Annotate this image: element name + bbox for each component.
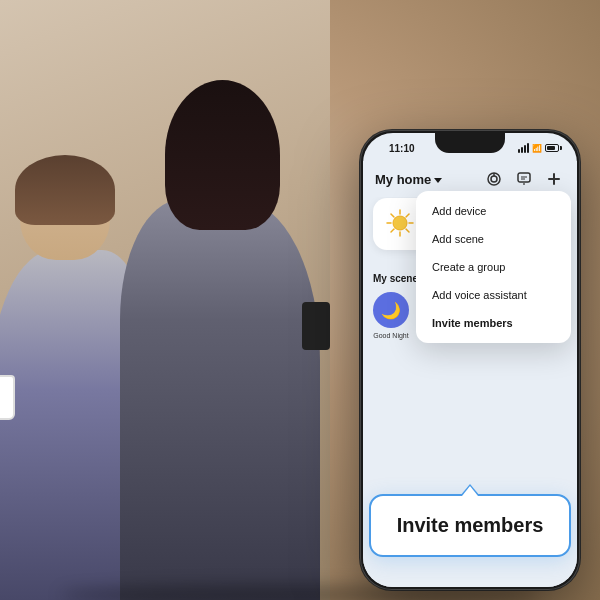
edit-icon xyxy=(516,171,532,187)
radar-icon xyxy=(486,171,502,187)
menu-item-invite-members[interactable]: Invite members xyxy=(416,309,571,337)
sun-icon xyxy=(385,208,417,240)
phone-screen: 11:10 📶 xyxy=(363,133,577,587)
phone-device: 11:10 📶 xyxy=(360,130,580,590)
svg-point-9 xyxy=(393,216,407,230)
scene-label-good-night: Good Night xyxy=(373,332,408,339)
home-title-text: My home xyxy=(375,172,431,187)
wifi-icon: 📶 xyxy=(532,144,542,153)
status-icons: 📶 xyxy=(518,143,559,153)
dropdown-menu: Add device Add scene Create a group Add … xyxy=(416,191,571,343)
menu-item-create-group[interactable]: Create a group xyxy=(416,253,571,281)
svg-line-17 xyxy=(391,229,394,232)
plus-icon xyxy=(546,171,562,187)
invite-members-box[interactable]: Invite members xyxy=(369,494,571,557)
chevron-down-icon xyxy=(434,178,442,183)
svg-line-15 xyxy=(406,229,409,232)
phone-notch xyxy=(435,133,505,153)
menu-item-add-scene[interactable]: Add scene xyxy=(416,225,571,253)
scene-good-night[interactable]: 🌙 Good Night xyxy=(373,292,409,339)
menu-item-add-voice[interactable]: Add voice assistant xyxy=(416,281,571,309)
battery-icon xyxy=(545,144,559,152)
edit-button[interactable] xyxy=(513,168,535,190)
menu-item-add-device[interactable]: Add device xyxy=(416,197,571,225)
add-button[interactable] xyxy=(543,168,565,190)
signal-icon xyxy=(518,143,529,153)
phone-frame: 11:10 📶 xyxy=(360,130,580,590)
header-actions xyxy=(483,168,565,190)
time-display: 11:10 xyxy=(389,143,415,154)
svg-line-14 xyxy=(391,214,394,217)
invite-members-label: Invite members xyxy=(397,514,544,536)
scene-icon-good-night: 🌙 xyxy=(373,292,409,328)
tooltip-arrow-inner xyxy=(462,486,478,496)
radar-button[interactable] xyxy=(483,168,505,190)
svg-line-16 xyxy=(406,214,409,217)
home-title-group[interactable]: My home xyxy=(375,172,442,187)
svg-point-1 xyxy=(491,176,497,182)
